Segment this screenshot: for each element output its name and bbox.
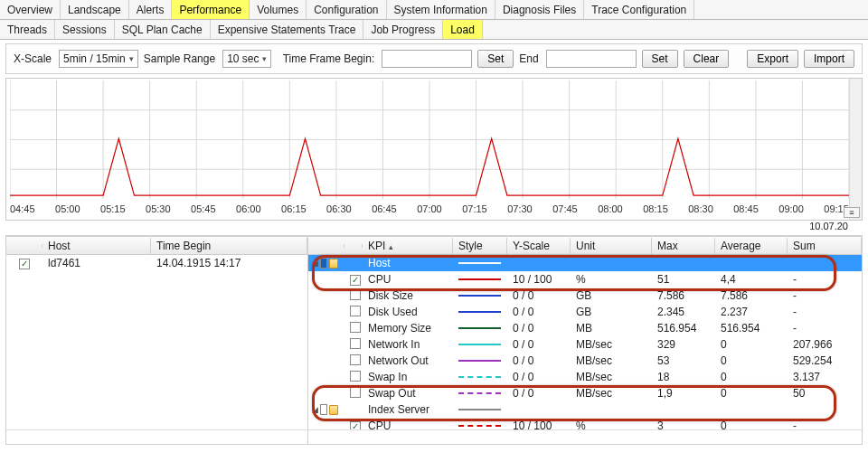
kpi-col-unit[interactable]: Unit (571, 238, 652, 254)
chart-tick: 08:00 (598, 203, 623, 216)
kpi-checkbox[interactable] (350, 306, 361, 316)
host-grid-body: ld746114.04.1915 14:17 (6, 255, 307, 429)
set-begin-button[interactable]: Set (477, 50, 514, 68)
sample-dropdown[interactable]: 10 sec ▾ (222, 50, 271, 68)
chart-options-icon[interactable]: ≡ (844, 207, 860, 218)
chart-area: 04:4505:0005:1505:3005:4506:0006:1506:30… (5, 78, 863, 221)
chart-tick: 05:45 (191, 203, 216, 216)
xscale-value: 5min / 15min (63, 52, 126, 65)
max-cell: 2.345 (652, 306, 715, 318)
tree-toggle-icon[interactable]: ◢ (312, 259, 318, 268)
chevron-down-icon: ▾ (129, 54, 134, 63)
kpi-checkbox[interactable] (350, 322, 361, 333)
kpi-grid: KPI▴ Style Y-Scale Unit Max Average Sum … (308, 236, 863, 445)
kpi-col-style[interactable]: Style (453, 238, 507, 254)
kpi-checkbox[interactable] (350, 338, 361, 349)
kpi-col-avg[interactable]: Average (715, 238, 788, 254)
max-cell: 516.954 (652, 322, 715, 335)
chevron-down-icon: ▾ (262, 54, 267, 63)
set-end-button[interactable]: Set (642, 50, 678, 68)
group-checkbox[interactable] (320, 404, 327, 415)
host-col-host[interactable]: Host (42, 238, 151, 254)
import-button[interactable]: Import (804, 50, 854, 68)
tab-threads[interactable]: Threads (0, 20, 55, 39)
kpi-row[interactable]: Disk Used0 / 0GB2.3452.237- (308, 304, 862, 320)
avg-cell: 516.954 (715, 322, 788, 335)
sum-cell: 529.254 (788, 354, 862, 367)
kpi-checkbox[interactable] (350, 275, 361, 286)
kpi-row[interactable]: CPU10 / 100%30- (308, 418, 862, 429)
group-checkbox[interactable] (320, 258, 327, 269)
unit-cell: MB/sec (571, 387, 652, 400)
tab-volumes[interactable]: Volumes (250, 0, 307, 19)
kpi-col-kpi[interactable]: KPI▴ (363, 238, 453, 254)
folder-icon (329, 259, 338, 269)
yscale-cell: 0 / 0 (507, 322, 571, 335)
kpi-checkbox[interactable] (350, 387, 361, 398)
kpi-label: Disk Size (363, 289, 453, 302)
tab-trace-configuration[interactable]: Trace Configuration (584, 0, 694, 19)
kpi-checkbox[interactable] (350, 354, 361, 365)
tab-performance[interactable]: Performance (172, 0, 250, 19)
kpi-row[interactable]: Swap Out0 / 0MB/sec1,9050 (308, 385, 862, 401)
chart-tick: 07:00 (417, 203, 442, 216)
yscale-cell: 10 / 100 (507, 273, 571, 286)
kpi-checkbox[interactable] (350, 421, 361, 429)
kpi-row[interactable]: Disk Size0 / 0GB7.5867.586- (308, 288, 862, 304)
kpi-row[interactable]: CPU10 / 100%514,4- (308, 271, 862, 288)
host-row[interactable]: ld746114.04.1915 14:17 (6, 255, 307, 271)
chart-tick: 04:45 (10, 203, 35, 216)
tab-expensive-statements-trace[interactable]: Expensive Statements Trace (211, 20, 364, 39)
kpi-row[interactable]: Network In0 / 0MB/sec3290207.966 (308, 336, 862, 353)
tab-configuration[interactable]: Configuration (307, 0, 386, 19)
kpi-label: Host (363, 257, 453, 269)
tab-sessions[interactable]: Sessions (55, 20, 115, 39)
avg-cell: 0 (715, 387, 788, 400)
kpi-label: Disk Used (363, 306, 453, 318)
yscale-cell: 0 / 0 (507, 306, 571, 318)
yscale-cell: 0 / 0 (507, 354, 571, 367)
host-grid-hscroll[interactable] (6, 429, 307, 444)
time-begin-input[interactable] (382, 50, 472, 68)
kpi-row[interactable]: Memory Size0 / 0MB516.954516.954- (308, 320, 862, 336)
chart-plot[interactable] (10, 80, 849, 199)
tab-system-information[interactable]: System Information (387, 0, 495, 19)
chart-tick: 08:45 (733, 203, 759, 216)
max-cell: 3 (652, 420, 715, 429)
tab-landscape[interactable]: Landscape (61, 0, 129, 19)
tab-sql-plan-cache[interactable]: SQL Plan Cache (115, 20, 211, 39)
kpi-row[interactable]: Network Out0 / 0MB/sec530529.254 (308, 353, 862, 369)
lower-panes: Host Time Begin ld746114.04.1915 14:17 K… (5, 235, 863, 445)
unit-cell: GB (571, 289, 652, 302)
kpi-grid-hscroll[interactable] (308, 429, 862, 444)
kpi-col-max[interactable]: Max (652, 238, 715, 254)
style-swatch (458, 278, 501, 280)
style-swatch (458, 295, 501, 297)
tab-alerts[interactable]: Alerts (129, 0, 173, 19)
host-col-check[interactable] (6, 244, 42, 248)
sum-cell: - (788, 322, 862, 335)
export-button[interactable]: Export (747, 50, 798, 68)
max-cell: 329 (652, 338, 715, 351)
sum-cell: 50 (788, 387, 862, 400)
kpi-group-row[interactable]: ◢Host (308, 255, 862, 271)
tab-overview[interactable]: Overview (0, 0, 61, 19)
kpi-col-sum[interactable]: Sum (788, 238, 862, 254)
tab-job-progress[interactable]: Job Progress (363, 20, 443, 39)
tab-diagnosis-files[interactable]: Diagnosis Files (495, 0, 584, 19)
tree-toggle-icon[interactable]: ◢ (312, 405, 318, 414)
time-end-input[interactable] (546, 50, 637, 68)
kpi-checkbox[interactable] (350, 371, 361, 382)
clear-button[interactable]: Clear (684, 50, 730, 68)
tab-load[interactable]: Load (443, 20, 483, 39)
sum-cell: 3.137 (788, 371, 862, 383)
kpi-group-row[interactable]: ◢Index Server (308, 401, 862, 418)
host-col-time[interactable]: Time Begin (151, 238, 307, 254)
chart-v-scrollbar[interactable] (849, 79, 862, 220)
avg-cell: 0 (715, 420, 788, 429)
kpi-row[interactable]: Swap In0 / 0MB/sec1803.137 (308, 369, 862, 385)
kpi-checkbox[interactable] (350, 289, 361, 300)
kpi-col-yscale[interactable]: Y-Scale (507, 238, 571, 254)
host-checkbox[interactable] (19, 259, 30, 269)
xscale-dropdown[interactable]: 5min / 15min ▾ (59, 50, 138, 68)
